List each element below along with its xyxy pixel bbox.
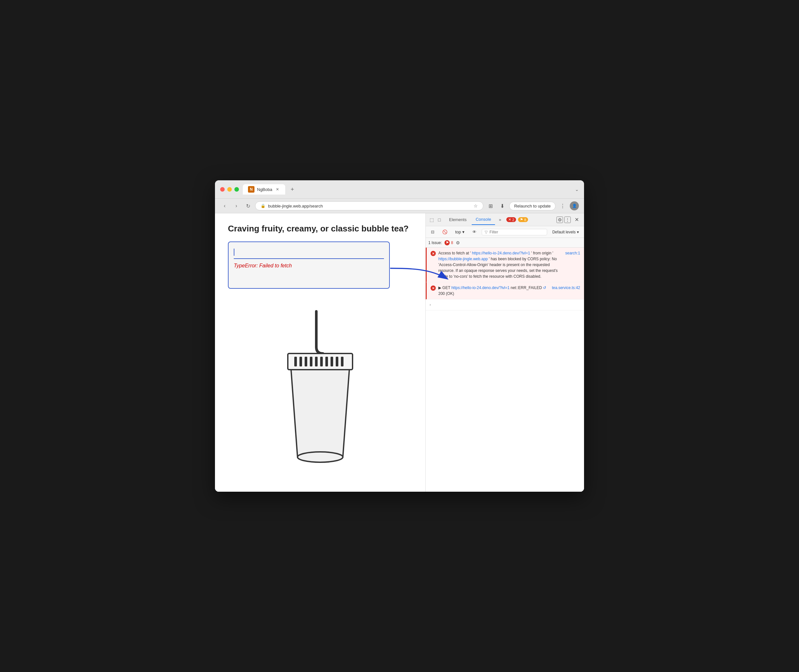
- net-error: net::ERR_FAILED: [511, 285, 542, 290]
- error-count-badge: ✕ 2: [506, 217, 516, 222]
- reload-button[interactable]: ↻: [243, 202, 253, 210]
- extensions-button[interactable]: ⊞: [486, 202, 495, 210]
- levels-dropdown-button[interactable]: Default levels ▾: [550, 229, 581, 235]
- filter-input[interactable]: [490, 230, 544, 234]
- address-input[interactable]: 🔒 bubble-jingle.web.app/search ☆: [255, 202, 484, 210]
- get-method: ▶ GET: [438, 285, 451, 290]
- back-button[interactable]: ‹: [220, 202, 229, 210]
- devtools-issues-bar: 1 Issue: ⚑ 8 ⚙: [426, 238, 584, 248]
- log-entry-expand: ›: [426, 299, 584, 310]
- expand-arrow-icon[interactable]: ›: [430, 302, 431, 307]
- dropdown-arrow-icon: ▾: [462, 229, 464, 234]
- levels-arrow-icon: ▾: [577, 230, 579, 234]
- get-url-link[interactable]: https://hello-io-24.deno.dev/?lvl=1: [451, 285, 509, 290]
- title-bar: N NgBoba ✕ + ⌄: [215, 180, 584, 199]
- more-tabs-button[interactable]: »: [496, 216, 504, 223]
- log-content-1: Access to fetch at ' https://hello-io-24…: [438, 250, 580, 279]
- svg-rect-4: [294, 357, 297, 366]
- svg-point-14: [298, 452, 343, 462]
- top-dropdown-button[interactable]: top ▾: [453, 229, 467, 235]
- inspect-icon[interactable]: ⬚: [428, 216, 435, 223]
- devtools-panel: ⬚ □ Elements Console » ✕ 2 ⚑ 8: [425, 213, 584, 492]
- page-title: Craving fruity, creamy, or classic bubbl…: [228, 224, 412, 234]
- minimize-button[interactable]: [227, 187, 232, 192]
- tab-elements[interactable]: Elements: [445, 214, 471, 225]
- filter-icon: ▽: [485, 230, 488, 234]
- chevron-down-icon[interactable]: ⌄: [575, 187, 579, 192]
- tab-bar: N NgBoba ✕ +: [243, 184, 571, 195]
- log-entry-cors: ✕ Access to fetch at ' https://hello-io-…: [426, 248, 584, 282]
- error-message: TypeError: Failed to fetch: [234, 263, 384, 269]
- relaunch-button[interactable]: Relaunch to update: [509, 202, 556, 210]
- console-log-area: ✕ Access to fetch at ' https://hello-io-…: [426, 248, 584, 492]
- cors-url1-link[interactable]: https://hello-io-24.deno.dev/?lvl=1: [472, 251, 530, 255]
- maximize-button[interactable]: [234, 187, 239, 192]
- sidebar-toggle-button[interactable]: ⊟: [428, 229, 437, 235]
- error-icon-2: ✕: [431, 285, 436, 291]
- eye-icon-button[interactable]: 👁: [470, 229, 479, 235]
- window-controls: [220, 187, 239, 192]
- svg-rect-6: [305, 357, 307, 366]
- svg-rect-11: [331, 357, 333, 366]
- issues-badge-icon: ⚑: [445, 240, 450, 245]
- browser-window: N NgBoba ✕ + ⌄ ‹ › ↻ 🔒 bubble-jingle.web…: [215, 180, 584, 492]
- clear-console-button[interactable]: 🚫: [440, 229, 450, 235]
- log-source-2[interactable]: tea.service.ts:42: [552, 285, 580, 291]
- bookmark-icon[interactable]: ☆: [474, 203, 478, 208]
- svg-rect-12: [336, 357, 338, 366]
- devtools-icon-buttons: ⬚ □: [428, 216, 443, 223]
- svg-rect-9: [320, 357, 323, 366]
- tab-console[interactable]: Console: [472, 214, 495, 225]
- text-cursor: [234, 249, 234, 256]
- devtools-toolbar: ⊟ 🚫 top ▾ 👁 ▽ Default levels ▾: [426, 226, 584, 238]
- search-input-line: [234, 249, 384, 259]
- tab-title: NgBoba: [257, 187, 272, 192]
- warning-count-badge: ⚑ 8: [518, 217, 528, 222]
- device-icon[interactable]: □: [436, 216, 443, 223]
- boba-cup: [278, 308, 362, 471]
- devtools-close-button[interactable]: ✕: [572, 215, 581, 224]
- bubble-tea-illustration: [228, 308, 412, 471]
- new-tab-button[interactable]: +: [288, 185, 297, 194]
- log-content-2: ▶ GET https://hello-io-24.deno.dev/?lvl=…: [438, 285, 580, 296]
- menu-icon[interactable]: ⋮: [558, 202, 567, 210]
- main-content: Craving fruity, creamy, or classic bubbl…: [215, 213, 584, 492]
- address-bar: ‹ › ↻ 🔒 bubble-jingle.web.app/search ☆ ⊞…: [215, 199, 584, 213]
- filter-bar: ▽: [482, 229, 547, 235]
- svg-rect-13: [341, 357, 344, 366]
- download-button[interactable]: ⬇: [498, 202, 507, 210]
- cors-url2-link[interactable]: https://bubble-jingle.web.app: [438, 257, 488, 261]
- close-button[interactable]: [220, 187, 225, 192]
- search-box: TypeError: Failed to fetch: [228, 242, 390, 289]
- status-code: 200 (OK): [438, 291, 454, 296]
- search-box-wrapper: TypeError: Failed to fetch: [228, 242, 390, 289]
- log-source-1[interactable]: search:1: [565, 250, 580, 279]
- active-tab[interactable]: N NgBoba ✕: [243, 184, 285, 195]
- forward-button[interactable]: ›: [232, 202, 241, 210]
- page-area: Craving fruity, creamy, or classic bubbl…: [215, 213, 425, 492]
- tab-close-button[interactable]: ✕: [275, 187, 280, 192]
- svg-rect-10: [325, 357, 328, 366]
- issues-settings-icon[interactable]: ⚙: [456, 240, 460, 245]
- svg-rect-8: [315, 357, 318, 366]
- toolbar-icons: ⊞ ⬇ Relaunch to update ⋮ 👤: [486, 202, 579, 210]
- devtools-more-button[interactable]: ⋮: [564, 216, 571, 223]
- svg-rect-5: [299, 357, 302, 366]
- reload-icon-btn[interactable]: ↺: [543, 285, 546, 290]
- devtools-settings-button[interactable]: ⚙: [557, 216, 563, 223]
- error-icon-1: ✕: [431, 251, 436, 256]
- cup-svg: [278, 308, 362, 470]
- devtools-tabs-bar: ⬚ □ Elements Console » ✕ 2 ⚑ 8: [426, 213, 584, 226]
- log-entry-get: ✕ ▶ GET https://hello-io-24.deno.dev/?lv…: [426, 282, 584, 299]
- issues-badge[interactable]: ⚑ 8: [445, 240, 453, 245]
- avatar: 👤: [570, 202, 579, 210]
- url-text: bubble-jingle.web.app/search: [268, 203, 471, 208]
- tab-icon: N: [248, 186, 255, 193]
- issues-label: 1 Issue:: [428, 240, 442, 245]
- svg-rect-7: [310, 357, 312, 366]
- lock-icon: 🔒: [261, 203, 266, 208]
